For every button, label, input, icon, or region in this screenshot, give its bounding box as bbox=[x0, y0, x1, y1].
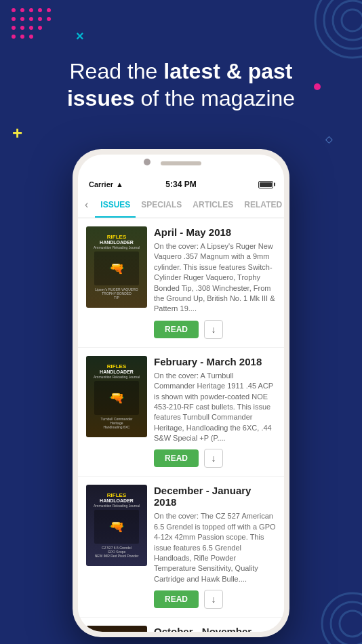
status-bar: Carrier ▲ 5:34 PM bbox=[78, 178, 284, 191]
issue-cover: RIFLESHANDLOADER Ammunition Reloading Jo… bbox=[86, 626, 147, 632]
issue-title: February - March 2018 bbox=[154, 356, 276, 367]
wifi-icon: ▲ bbox=[116, 180, 123, 188]
phone-inner: Carrier ▲ 5:34 PM ‹ ISSUES SPECIALS ARTI… bbox=[78, 155, 284, 632]
list-item: RIFLESHANDLOADER Ammunition Reloading Jo… bbox=[78, 618, 284, 632]
read-button[interactable]: READ bbox=[154, 321, 199, 338]
cover-magazine-title: RIFLESHANDLOADER bbox=[100, 235, 134, 245]
header-title: Read the latest & pastissues of the maga… bbox=[67, 58, 295, 112]
svg-point-5 bbox=[331, 602, 362, 644]
cover-magazine-subtitle: Ammunition Reloading Journal bbox=[94, 504, 140, 508]
cover-magazine-title: RIFLESHANDLOADER bbox=[100, 364, 134, 375]
cover-magazine-subtitle: Ammunition Reloading Journal bbox=[94, 245, 140, 249]
tab-related[interactable]: RELATED bbox=[239, 191, 284, 218]
read-button[interactable]: READ bbox=[154, 590, 199, 608]
issue-title: April - May 2018 bbox=[154, 226, 276, 238]
cover-image: 🔫 bbox=[94, 381, 139, 415]
svg-point-6 bbox=[340, 611, 362, 637]
nav-tabs: ‹ ISSUES SPECIALS ARTICLES RELATED bbox=[78, 191, 284, 218]
issue-info: April - May 2018 On the cover: A Lipsey'… bbox=[154, 226, 276, 339]
download-button[interactable]: ↓ bbox=[204, 449, 223, 468]
read-button[interactable]: READ bbox=[154, 449, 199, 467]
issue-description: On the cover: The CZ 527 American 6.5 Gr… bbox=[154, 511, 276, 584]
tab-articles[interactable]: ARTICLES bbox=[187, 191, 239, 218]
phone-camera bbox=[144, 159, 150, 165]
phone-frame: Carrier ▲ 5:34 PM ‹ ISSUES SPECIALS ARTI… bbox=[73, 149, 289, 637]
download-button[interactable]: ↓ bbox=[204, 320, 223, 339]
issues-list: RIFLESHANDLOADER Ammunition Reloading Jo… bbox=[78, 218, 284, 632]
issue-title: December - January 2018 bbox=[154, 485, 276, 508]
cover-magazine-subtitle: Ammunition Reloading Journal bbox=[94, 375, 140, 379]
list-item: RIFLESHANDLOADER Ammunition Reloading Jo… bbox=[78, 477, 284, 618]
issue-actions: READ ↓ bbox=[154, 590, 276, 609]
status-right bbox=[258, 181, 273, 188]
issue-actions: READ ↓ bbox=[154, 320, 276, 339]
issue-info: February - March 2018 On the cover: A Tu… bbox=[154, 356, 276, 468]
time-label: 5:34 PM bbox=[165, 180, 196, 189]
issue-description: On the cover: A Turnbull Commander Herit… bbox=[154, 371, 276, 444]
svg-point-4 bbox=[322, 593, 362, 644]
cover-text: CZ 527 6.5 GrendelGPO ScopeNEW IMR Red P… bbox=[95, 546, 139, 558]
tab-issues[interactable]: ISSUES bbox=[95, 191, 136, 218]
issue-description: On the cover: A Lipsey's Ruger New Vaque… bbox=[154, 241, 276, 315]
phone-speaker bbox=[161, 161, 201, 165]
battery-icon bbox=[258, 181, 273, 188]
tab-specials[interactable]: SPECIALS bbox=[136, 191, 187, 218]
cover-image: 🔫 bbox=[94, 251, 139, 285]
issue-info: October - November 2017 bbox=[154, 626, 276, 632]
download-button[interactable]: ↓ bbox=[204, 590, 223, 609]
nav-back-button[interactable]: ‹ bbox=[78, 199, 95, 211]
list-item: RIFLESHANDLOADER Ammunition Reloading Jo… bbox=[78, 218, 284, 348]
carrier-label: Carrier bbox=[89, 180, 113, 188]
issue-title: October - November 2017 bbox=[154, 626, 276, 632]
header-area: Read the latest & pastissues of the maga… bbox=[0, 0, 362, 156]
status-left: Carrier ▲ bbox=[89, 180, 123, 188]
list-item: RIFLESHANDLOADER Ammunition Reloading Jo… bbox=[78, 348, 284, 477]
issue-info: December - January 2018 On the cover: Th… bbox=[154, 485, 276, 609]
cover-magazine-title: RIFLESHANDLOADER bbox=[100, 493, 134, 504]
issue-actions: READ ↓ bbox=[154, 449, 276, 468]
cover-image: 🔫 bbox=[94, 510, 139, 544]
issue-cover: RIFLESHANDLOADER Ammunition Reloading Jo… bbox=[86, 226, 147, 308]
cover-text: Turnbull CommanderHeritageHandloading 6X… bbox=[101, 417, 133, 429]
battery-fill bbox=[260, 182, 272, 187]
issue-cover: RIFLESHANDLOADER Ammunition Reloading Jo… bbox=[86, 356, 147, 437]
cover-text: Lipsey's RUGER VAQUEROTROPHY BONDEDTIP bbox=[95, 287, 138, 300]
issue-cover: RIFLESHANDLOADER Ammunition Reloading Jo… bbox=[86, 485, 147, 566]
